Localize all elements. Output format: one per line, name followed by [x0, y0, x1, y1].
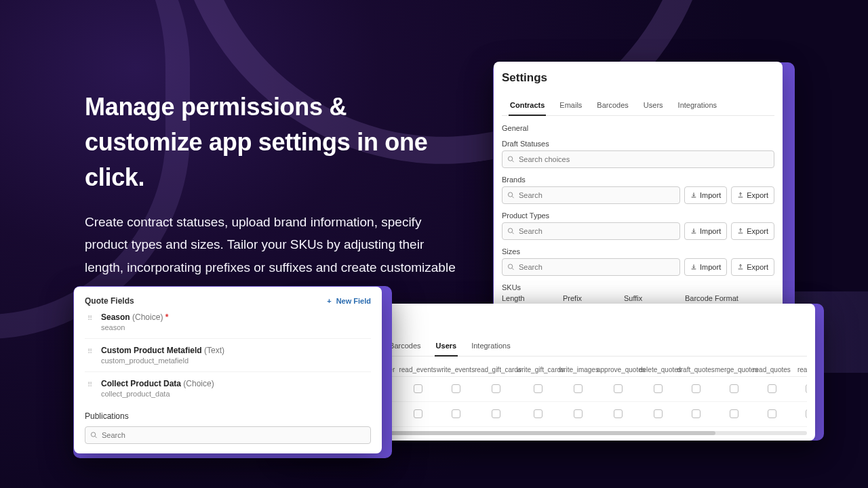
svg-line-5: [512, 232, 514, 234]
tab-integrations[interactable]: Integrations: [470, 336, 511, 356]
quote-field-item[interactable]: ⠿ Season (Choice) * season: [85, 306, 371, 339]
sku-suffix-label: Suffix: [624, 294, 679, 302]
col-write-events: write_events: [437, 366, 475, 373]
brands-search-input[interactable]: [502, 186, 680, 204]
tab-barcodes[interactable]: Barcodes: [388, 336, 422, 356]
quote-field-item[interactable]: ⠿ Custom Product Metafield (Text) custom…: [85, 339, 371, 372]
permission-checkbox[interactable]: [492, 409, 500, 418]
search-icon: [507, 228, 515, 235]
permission-checkbox[interactable]: [614, 384, 623, 393]
tab-contracts[interactable]: Contracts: [509, 96, 546, 116]
svg-line-7: [512, 268, 514, 270]
field-slug: collect_product_data: [101, 390, 214, 398]
svg-line-9: [95, 436, 97, 438]
download-icon: [690, 264, 697, 270]
field-title: Collect Product Data (Choice): [101, 379, 214, 388]
tab-integrations[interactable]: Integrations: [677, 96, 718, 115]
sizes-import-button[interactable]: Import: [684, 258, 727, 276]
svg-point-0: [508, 157, 512, 161]
ptypes-search-input[interactable]: [502, 222, 680, 240]
search-icon: [90, 432, 98, 439]
tab-emails[interactable]: Emails: [558, 96, 583, 115]
permission-checkbox[interactable]: [692, 409, 701, 418]
permission-checkbox[interactable]: [452, 384, 460, 393]
download-icon: [690, 192, 697, 199]
sizes-label: Sizes: [502, 247, 774, 256]
draft-statuses-input[interactable]: [502, 150, 774, 168]
upload-icon: [737, 228, 744, 235]
permission-checkbox[interactable]: [654, 409, 663, 418]
hero-heading: Manage permissions & customize app setti…: [85, 89, 465, 196]
svg-point-8: [91, 432, 95, 436]
col-read-se: read_se: [791, 366, 807, 373]
sku-format-label: Barcode Format: [685, 294, 774, 302]
ptypes-export-button[interactable]: Export: [731, 222, 774, 240]
quote-field-item[interactable]: ⠿ Collect Product Data (Choice) collect_…: [85, 372, 371, 405]
svg-point-6: [508, 264, 512, 268]
search-icon: [507, 156, 515, 163]
permission-checkbox[interactable]: [654, 384, 663, 393]
permission-checkbox[interactable]: [574, 384, 583, 393]
col-write-images: write_images: [559, 366, 597, 373]
col-approve-quotes: approve_quotes: [597, 366, 639, 373]
brands-import-button[interactable]: Import: [684, 186, 727, 204]
tab-users[interactable]: Users: [435, 336, 458, 357]
publications-search-input[interactable]: [85, 426, 371, 444]
field-title: Season (Choice) *: [101, 312, 168, 322]
sku-prefix-label: Prefix: [563, 294, 618, 302]
download-icon: [690, 228, 697, 235]
svg-line-3: [512, 196, 514, 198]
col-draft-quotes: draft_quotes: [677, 366, 715, 373]
quote-fields-heading: Quote Fields: [85, 296, 134, 306]
permission-checkbox[interactable]: [730, 384, 738, 393]
permission-checkbox[interactable]: [806, 384, 808, 393]
col-read-events: read_events: [399, 366, 437, 373]
permission-checkbox[interactable]: [730, 409, 738, 418]
search-icon: [507, 264, 515, 271]
permission-checkbox[interactable]: [574, 409, 583, 418]
drag-handle-icon[interactable]: ⠿: [87, 348, 94, 355]
permission-checkbox[interactable]: [534, 409, 542, 418]
permission-checkbox[interactable]: [414, 409, 422, 418]
new-field-button[interactable]: + New Field: [327, 297, 371, 305]
field-slug: season: [101, 323, 168, 331]
permission-checkbox[interactable]: [414, 384, 422, 393]
tab-users[interactable]: Users: [642, 96, 665, 115]
brands-export-button[interactable]: Export: [731, 186, 774, 204]
drag-handle-icon[interactable]: ⠿: [87, 314, 94, 322]
field-title: Custom Product Metafield (Text): [101, 346, 224, 355]
contracts-tabs: Contracts Emails Barcodes Users Integrat…: [502, 96, 774, 116]
permission-checkbox[interactable]: [614, 409, 623, 418]
permission-checkbox[interactable]: [452, 409, 460, 418]
contracts-title: Settings: [502, 71, 774, 85]
permission-checkbox[interactable]: [768, 384, 776, 393]
sizes-search-input[interactable]: [502, 258, 680, 276]
hero-copy: Manage permissions & customize app setti…: [85, 89, 465, 302]
col-read-gift-cards: read_gift_cards: [475, 366, 517, 373]
svg-point-2: [508, 192, 512, 197]
general-label: General: [502, 124, 774, 132]
ptypes-import-button[interactable]: Import: [684, 222, 727, 240]
drag-handle-icon[interactable]: ⠿: [87, 381, 94, 388]
tab-barcodes[interactable]: Barcodes: [595, 96, 629, 115]
product-types-label: Product Types: [502, 211, 774, 220]
permission-checkbox[interactable]: [806, 409, 808, 418]
publications-label: Publications: [85, 411, 371, 421]
col-delete-quotes: delete_quotes: [639, 366, 677, 373]
draft-search-wrap: [502, 150, 774, 168]
sku-length-label: Length: [502, 294, 557, 302]
upload-icon: [737, 264, 744, 270]
search-icon: [507, 192, 515, 199]
skus-label: SKUs: [502, 283, 774, 291]
contracts-settings-panel: Settings Contracts Emails Barcodes Users…: [494, 62, 783, 341]
brands-label: Brands: [502, 176, 774, 184]
permission-checkbox[interactable]: [768, 409, 776, 418]
permission-checkbox[interactable]: [692, 384, 701, 393]
field-slug: custom_product_metafield: [101, 357, 224, 365]
permission-checkbox[interactable]: [492, 384, 500, 393]
sizes-export-button[interactable]: Export: [731, 258, 774, 276]
svg-point-4: [508, 228, 512, 232]
col-read-quotes: read_quotes: [753, 366, 791, 373]
draft-statuses-label: Draft Statuses: [502, 140, 774, 148]
permission-checkbox[interactable]: [534, 384, 542, 393]
